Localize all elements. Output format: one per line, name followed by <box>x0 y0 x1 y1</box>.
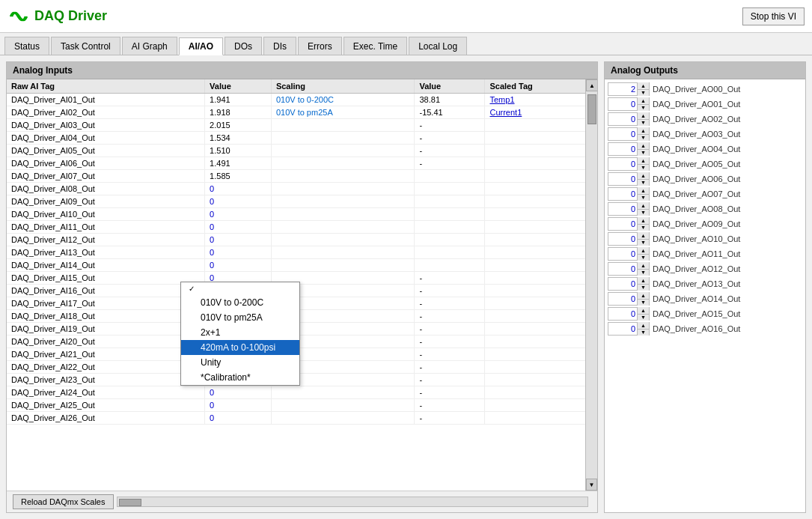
dropdown-item-010v-pm25a[interactable]: 010V to pm25A <box>181 310 299 325</box>
scaling-dropdown[interactable]: ✓ 010V to 0-200C 010V to pm25A 2x+1 <box>180 282 300 386</box>
scroll-down-arrow[interactable]: ▼ <box>586 479 597 491</box>
ao-spinner[interactable]: ▲▼ <box>608 202 650 216</box>
ai-scaling-cell[interactable] <box>271 234 415 246</box>
ao-decrement-button[interactable]: ▼ <box>638 330 649 336</box>
ao-value-input[interactable] <box>608 173 637 185</box>
ao-value-input[interactable] <box>608 83 637 95</box>
ao-decrement-button[interactable]: ▼ <box>638 210 649 216</box>
ao-increment-button[interactable]: ▲ <box>638 307 649 315</box>
ai-scaling-cell[interactable] <box>271 157 415 170</box>
ao-spinner[interactable]: ▲▼ <box>608 277 650 291</box>
ao-spinner[interactable]: ▲▼ <box>608 262 650 276</box>
tab-dos[interactable]: DOs <box>225 37 262 55</box>
ao-spinner[interactable]: ▲▼ <box>608 232 650 246</box>
ao-increment-button[interactable]: ▲ <box>638 247 649 255</box>
ao-increment-button[interactable]: ▲ <box>638 232 649 240</box>
ao-decrement-button[interactable]: ▼ <box>638 90 649 97</box>
vertical-scrollbar[interactable]: ▲ ▼ <box>585 79 597 491</box>
ao-value-input[interactable] <box>608 248 637 260</box>
ao-decrement-button[interactable]: ▼ <box>638 195 649 201</box>
ai-scaling-cell[interactable] <box>271 399 415 412</box>
ao-value-input[interactable] <box>608 323 637 335</box>
ao-spinner[interactable]: ▲▼ <box>608 322 650 336</box>
ao-increment-button[interactable]: ▲ <box>638 157 649 165</box>
ao-decrement-button[interactable]: ▼ <box>638 135 649 142</box>
ao-decrement-button[interactable]: ▼ <box>638 300 649 306</box>
ao-spinner[interactable]: ▲▼ <box>608 247 650 261</box>
ao-increment-button[interactable]: ▲ <box>638 322 649 330</box>
ai-scaling-cell[interactable] <box>271 183 415 195</box>
ao-increment-button[interactable]: ▲ <box>638 187 649 195</box>
ai-scaling-cell[interactable] <box>271 119 415 132</box>
dropdown-item-calibration[interactable]: *Calibration* <box>181 370 299 385</box>
tab-errors[interactable]: Errors <box>298 37 342 55</box>
ao-spinner[interactable]: ▲▼ <box>608 97 650 111</box>
tab-exec-time[interactable]: Exec. Time <box>344 37 407 55</box>
ao-increment-button[interactable]: ▲ <box>638 262 649 270</box>
ao-increment-button[interactable]: ▲ <box>638 172 649 180</box>
ao-increment-button[interactable]: ▲ <box>638 112 649 120</box>
ao-value-input[interactable] <box>608 203 637 215</box>
ao-increment-button[interactable]: ▲ <box>638 97 649 105</box>
ai-scaling-cell[interactable]: 010V to pm25A <box>271 106 415 119</box>
horizontal-scrollbar[interactable] <box>117 497 589 507</box>
dropdown-item-420ma[interactable]: 420mA to 0-100psi <box>181 340 299 355</box>
ao-decrement-button[interactable]: ▼ <box>638 270 649 276</box>
ai-scaling-cell[interactable] <box>271 259 415 272</box>
ao-spinner[interactable]: ▲▼ <box>608 292 650 306</box>
ai-scaling-cell[interactable] <box>271 412 415 425</box>
ai-scaling-cell[interactable] <box>271 195 415 208</box>
ao-value-input[interactable] <box>608 278 637 290</box>
ao-value-input[interactable] <box>608 293 637 305</box>
ao-value-input[interactable] <box>608 98 637 110</box>
ao-decrement-button[interactable]: ▼ <box>638 285 649 291</box>
hscroll-thumb[interactable] <box>119 499 141 506</box>
ao-spinner[interactable]: ▲▼ <box>608 217 650 231</box>
ao-increment-button[interactable]: ▲ <box>638 202 649 210</box>
ao-decrement-button[interactable]: ▼ <box>638 120 649 127</box>
ao-spinner[interactable]: ▲▼ <box>608 157 650 171</box>
reload-daqmx-scales-button[interactable]: Reload DAQmx Scales <box>13 494 114 509</box>
ai-scaling-cell[interactable] <box>271 208 415 221</box>
ao-value-input[interactable] <box>608 218 637 230</box>
scroll-up-arrow[interactable]: ▲ <box>586 79 597 91</box>
dropdown-item-010v-200c[interactable]: 010V to 0-200C <box>181 295 299 310</box>
ao-value-input[interactable] <box>608 128 637 140</box>
ao-spinner[interactable]: ▲▼ <box>608 187 650 201</box>
ao-increment-button[interactable]: ▲ <box>638 277 649 285</box>
tab-ai-ao[interactable]: AI/AO <box>179 37 223 55</box>
tab-dis[interactable]: DIs <box>263 37 296 55</box>
ao-decrement-button[interactable]: ▼ <box>638 255 649 261</box>
ao-increment-button[interactable]: ▲ <box>638 127 649 135</box>
ao-decrement-button[interactable]: ▼ <box>638 240 649 246</box>
ao-decrement-button[interactable]: ▼ <box>638 165 649 172</box>
ao-value-input[interactable] <box>608 188 637 200</box>
ao-increment-button[interactable]: ▲ <box>638 142 649 150</box>
ao-decrement-button[interactable]: ▼ <box>638 105 649 112</box>
ao-increment-button[interactable]: ▲ <box>638 292 649 300</box>
ai-scaling-cell[interactable] <box>271 170 415 183</box>
ao-spinner[interactable]: ▲▼ <box>608 172 650 186</box>
ao-spinner[interactable]: ▲▼ <box>608 307 650 321</box>
dropdown-item-2x1[interactable]: 2x+1 <box>181 325 299 340</box>
ai-scaling-cell[interactable] <box>271 246 415 259</box>
ao-spinner[interactable]: ▲▼ <box>608 82 650 96</box>
ao-value-input[interactable] <box>608 158 637 170</box>
ao-decrement-button[interactable]: ▼ <box>638 225 649 231</box>
ao-increment-button[interactable]: ▲ <box>638 217 649 225</box>
ao-spinner[interactable]: ▲▼ <box>608 112 650 126</box>
tab-status[interactable]: Status <box>4 37 49 55</box>
dropdown-item-blank[interactable]: ✓ <box>181 282 299 295</box>
analog-inputs-table-scroll[interactable]: Raw AI Tag Value Scaling Value Scaled Ta… <box>7 79 597 491</box>
scroll-thumb[interactable] <box>587 94 596 124</box>
ao-decrement-button[interactable]: ▼ <box>638 180 649 186</box>
ai-scaling-cell[interactable]: 010V to 0-200C <box>271 94 415 106</box>
tab-task-control[interactable]: Task Control <box>51 37 120 55</box>
ao-spinner[interactable]: ▲▼ <box>608 127 650 141</box>
ai-scaling-cell[interactable] <box>271 145 415 157</box>
ai-scaling-cell[interactable] <box>271 221 415 234</box>
ao-decrement-button[interactable]: ▼ <box>638 150 649 157</box>
dropdown-item-unity[interactable]: Unity <box>181 355 299 370</box>
ao-spinner[interactable]: ▲▼ <box>608 142 650 156</box>
ai-scaling-cell[interactable] <box>271 132 415 145</box>
